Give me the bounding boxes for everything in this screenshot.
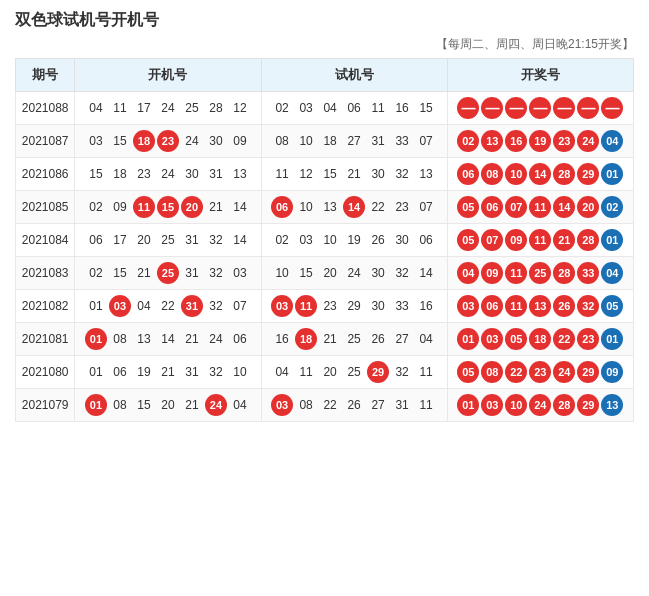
ball-kaiji-highlight: 15 bbox=[157, 196, 179, 218]
number-shiji: 08 bbox=[271, 134, 293, 148]
period-cell: 2021082 bbox=[16, 290, 75, 323]
ball-red: 32 bbox=[577, 295, 599, 317]
number-kaiji: 15 bbox=[109, 266, 131, 280]
ball-red: 03 bbox=[481, 394, 503, 416]
ball-red: 07 bbox=[481, 229, 503, 251]
number-shiji: 30 bbox=[367, 299, 389, 313]
ball-red: 03 bbox=[457, 295, 479, 317]
ball-kaiji-highlight: 24 bbox=[205, 394, 227, 416]
page-title: 双色球试机号开机号 bbox=[15, 10, 634, 31]
shiji-cell: 03112329303316 bbox=[261, 290, 447, 323]
table-row: 2021082010304223132070311232930331603061… bbox=[16, 290, 634, 323]
number-shiji: 15 bbox=[295, 266, 317, 280]
number-shiji: 32 bbox=[391, 365, 413, 379]
ball-red: 29 bbox=[577, 163, 599, 185]
ball-red: 08 bbox=[481, 361, 503, 383]
ball-shiji-highlight: 06 bbox=[271, 196, 293, 218]
shiji-cell: 04112025293211 bbox=[261, 356, 447, 389]
number-kaiji: 12 bbox=[229, 101, 251, 115]
number-shiji: 30 bbox=[367, 266, 389, 280]
ball-red: 01 bbox=[457, 328, 479, 350]
ball-kaiji-highlight: 01 bbox=[85, 394, 107, 416]
ball-red: 04 bbox=[457, 262, 479, 284]
shiji-cell: 08101827313307 bbox=[261, 125, 447, 158]
number-shiji: 07 bbox=[415, 134, 437, 148]
ball-red: 14 bbox=[529, 163, 551, 185]
number-kaiji: 08 bbox=[109, 332, 131, 346]
ball-red: 16 bbox=[505, 130, 527, 152]
ball-red: 03 bbox=[481, 328, 503, 350]
number-shiji: 06 bbox=[415, 233, 437, 247]
table-row: 2021080010619213132100411202529321105082… bbox=[16, 356, 634, 389]
number-kaiji: 23 bbox=[133, 167, 155, 181]
number-shiji: 26 bbox=[343, 398, 365, 412]
number-shiji: 03 bbox=[295, 101, 317, 115]
number-shiji: 16 bbox=[271, 332, 293, 346]
ball-red: 22 bbox=[505, 361, 527, 383]
ball-red: 11 bbox=[505, 262, 527, 284]
table-row: 2021085020911152021140610131422230705060… bbox=[16, 191, 634, 224]
ball-shiji-highlight: 03 bbox=[271, 295, 293, 317]
kaiji-cell: 06172025313214 bbox=[75, 224, 261, 257]
kaiji-cell: 02091115202114 bbox=[75, 191, 261, 224]
number-shiji: 32 bbox=[391, 266, 413, 280]
ball-red: 05 bbox=[457, 196, 479, 218]
ball-red: 11 bbox=[529, 229, 551, 251]
number-kaiji: 21 bbox=[181, 398, 203, 412]
number-kaiji: 24 bbox=[157, 167, 179, 181]
ball-red: 20 bbox=[577, 196, 599, 218]
ball-red: 02 bbox=[457, 130, 479, 152]
number-shiji: 31 bbox=[367, 134, 389, 148]
kaijiang-cell: 02131619232404 bbox=[447, 125, 633, 158]
number-shiji: 10 bbox=[295, 134, 317, 148]
number-kaiji: 04 bbox=[133, 299, 155, 313]
number-shiji: 12 bbox=[295, 167, 317, 181]
number-kaiji: 14 bbox=[229, 200, 251, 214]
number-shiji: 16 bbox=[391, 101, 413, 115]
number-shiji: 23 bbox=[391, 200, 413, 214]
period-cell: 2021088 bbox=[16, 92, 75, 125]
col-shiji: 试机号 bbox=[261, 59, 447, 92]
number-kaiji: 30 bbox=[181, 167, 203, 181]
number-shiji: 11 bbox=[295, 365, 317, 379]
ball-red: 33 bbox=[577, 262, 599, 284]
ball-red: — bbox=[481, 97, 503, 119]
ball-red: 18 bbox=[529, 328, 551, 350]
number-kaiji: 19 bbox=[133, 365, 155, 379]
ball-red: 21 bbox=[553, 229, 575, 251]
ball-kaiji-highlight: 23 bbox=[157, 130, 179, 152]
ball-red: 05 bbox=[457, 229, 479, 251]
ball-red: 06 bbox=[457, 163, 479, 185]
number-kaiji: 06 bbox=[109, 365, 131, 379]
period-cell: 2021087 bbox=[16, 125, 75, 158]
number-shiji: 03 bbox=[295, 233, 317, 247]
number-shiji: 06 bbox=[343, 101, 365, 115]
table-row: 2021084061720253132140203101926300605070… bbox=[16, 224, 634, 257]
number-shiji: 18 bbox=[319, 134, 341, 148]
number-shiji: 30 bbox=[367, 167, 389, 181]
number-shiji: 20 bbox=[319, 365, 341, 379]
table-header: 期号 开机号 试机号 开奖号 bbox=[16, 59, 634, 92]
kaijiang-cell: 05060711142002 bbox=[447, 191, 633, 224]
ball-red: 25 bbox=[529, 262, 551, 284]
number-kaiji: 06 bbox=[85, 233, 107, 247]
number-shiji: 07 bbox=[415, 200, 437, 214]
kaijiang-cell: 05070911212801 bbox=[447, 224, 633, 257]
number-kaiji: 17 bbox=[109, 233, 131, 247]
ball-blue: 02 bbox=[601, 196, 623, 218]
ball-kaiji-highlight: 25 bbox=[157, 262, 179, 284]
period-cell: 2021080 bbox=[16, 356, 75, 389]
number-kaiji: 24 bbox=[157, 101, 179, 115]
period-cell: 2021083 bbox=[16, 257, 75, 290]
number-shiji: 19 bbox=[343, 233, 365, 247]
number-shiji: 33 bbox=[391, 134, 413, 148]
period-cell: 2021085 bbox=[16, 191, 75, 224]
ball-kaiji-highlight: 03 bbox=[109, 295, 131, 317]
number-shiji: 26 bbox=[367, 233, 389, 247]
ball-red: 11 bbox=[529, 196, 551, 218]
number-kaiji: 18 bbox=[109, 167, 131, 181]
kaiji-cell: 02152125313203 bbox=[75, 257, 261, 290]
number-shiji: 10 bbox=[319, 233, 341, 247]
number-kaiji: 32 bbox=[205, 233, 227, 247]
number-kaiji: 20 bbox=[157, 398, 179, 412]
